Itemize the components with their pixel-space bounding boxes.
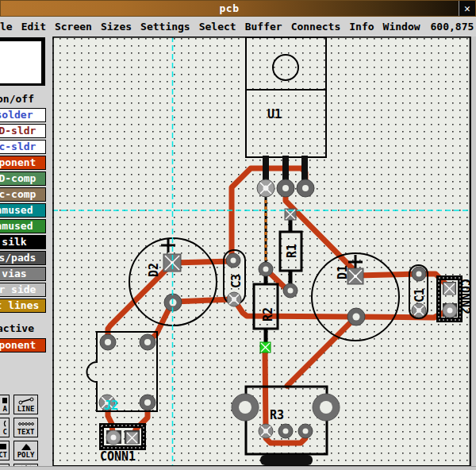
board-canvas[interactable]: U1 R1 R2 R3 C3 C1 D1 D2 CONN1 CONN2 J2 <box>52 37 470 466</box>
layer-button-9-ns-pads[interactable]: ns/pads <box>0 251 46 265</box>
arc-tool-label: C <box>3 428 7 436</box>
tool-palette: A LINE C TEXT CT <box>0 395 52 470</box>
layer-button-4-nd-comp[interactable]: ND-comp <box>0 171 46 186</box>
title-bar[interactable]: pcb ✕ <box>0 0 476 17</box>
line-tool-label: LINE <box>17 405 35 413</box>
pad-r2-2-selected[interactable] <box>260 342 271 352</box>
layer-button-0-solder[interactable]: solder <box>0 108 46 122</box>
layer-button-7-nmused[interactable]: nmused <box>0 219 46 233</box>
pad-conn1-2[interactable] <box>126 432 138 444</box>
label-d1: D1 <box>336 265 350 279</box>
line-tool-button[interactable]: LINE <box>13 395 38 414</box>
menu-bar: leEditScreenSizesSettingsSelectBufferCon… <box>0 17 476 37</box>
horizontal-scrollbar[interactable] <box>0 466 476 470</box>
via-tool-label: A <box>3 405 7 413</box>
vertical-scrollbar[interactable] <box>470 37 476 470</box>
line-icon <box>17 396 35 405</box>
label-r2: R2 <box>261 307 275 322</box>
pcb-window: pcb ✕ leEditScreenSizesSettingsSelectBuf… <box>0 0 476 470</box>
rect-tool-label: CT <box>0 451 7 459</box>
rect-icon <box>0 442 7 451</box>
layer-button-3-mponent[interactable]: mponent <box>0 156 46 170</box>
menu-item-le[interactable]: le <box>0 21 13 33</box>
pad-d1-plus[interactable] <box>347 268 363 284</box>
onoff-label: on/off <box>0 93 34 105</box>
text-tool-label: TEXT <box>17 428 35 436</box>
arc-icon <box>0 419 7 428</box>
menu-item-edit[interactable]: Edit <box>21 21 46 33</box>
cursor-position-readout: 600,875 <box>431 21 474 33</box>
via-icon <box>0 396 7 405</box>
layer-button-11-ar-side[interactable]: ar side <box>0 283 46 297</box>
pad-c3-2[interactable] <box>227 292 241 306</box>
label-r1: R1 <box>285 244 299 258</box>
menu-item-info[interactable]: Info <box>349 21 374 33</box>
poly-tool-label: POLY <box>17 451 35 459</box>
pad-conn2-1[interactable] <box>443 283 455 295</box>
layer-button-10-vias[interactable]: vias <box>0 267 46 281</box>
menu-item-select[interactable]: Select <box>199 21 236 33</box>
label-d2: D2 <box>147 263 161 277</box>
window-title: pcb <box>1 2 458 14</box>
layer-button-5-cc-comp[interactable]: cc-comp <box>0 187 46 202</box>
menu-item-sizes[interactable]: Sizes <box>101 21 132 33</box>
via-tool-button[interactable]: A <box>0 395 10 414</box>
pad-u1-1[interactable] <box>257 179 274 197</box>
active-label: active <box>0 322 34 334</box>
menu-item-settings[interactable]: Settings <box>140 21 190 33</box>
text-icon <box>17 419 35 428</box>
layer-button-12-at-lines[interactable]: at lines <box>0 299 46 313</box>
label-c1: C1 <box>413 288 427 302</box>
label-conn2: CONN2 <box>458 279 470 314</box>
text-tool-button[interactable]: TEXT <box>13 418 38 437</box>
label-conn1: CONN1 <box>100 449 136 464</box>
layer-button-8-silk[interactable]: silk <box>0 235 46 249</box>
close-icon[interactable]: ✕ <box>459 1 475 16</box>
layer-sidebar: on/off solderND-sldrcc-sldrmponentND-com… <box>0 37 52 470</box>
label-c3: C3 <box>229 274 244 288</box>
menu-item-screen[interactable]: Screen <box>55 21 92 33</box>
layer-list: solderND-sldrcc-sldrmponentND-compcc-com… <box>0 108 52 314</box>
pad-r3-1[interactable] <box>259 424 273 438</box>
menu-item-window[interactable]: Window <box>383 21 420 33</box>
menu-item-connects[interactable]: Connects <box>291 21 341 33</box>
rect-tool-button[interactable]: CT <box>0 441 10 460</box>
layer-button-2-cc-sldr[interactable]: cc-sldr <box>0 140 46 154</box>
active-layer-button[interactable]: mponent <box>0 338 46 352</box>
poly-tool-button[interactable]: POLY <box>13 441 38 460</box>
label-r3: R3 <box>270 408 284 422</box>
pad-c1-2[interactable] <box>412 303 426 318</box>
label-u1: U1 <box>267 107 282 121</box>
menu-item-buffer[interactable]: Buffer <box>245 21 282 33</box>
layer-button-1-nd-sldr[interactable]: ND-sldr <box>0 124 46 138</box>
preview-panel[interactable] <box>0 37 45 86</box>
label-j2-selected: J2 <box>104 399 118 413</box>
poly-icon <box>19 442 33 451</box>
arc-tool-button[interactable]: C <box>0 418 10 437</box>
layer-button-6-nmused[interactable]: nmused <box>0 203 46 218</box>
